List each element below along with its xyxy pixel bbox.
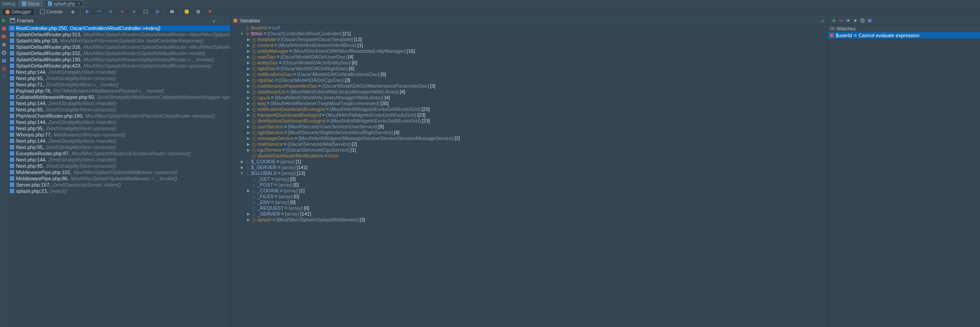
variable-row[interactable]: ▶⦾ _COOKIE = {array} [1] [231,188,827,194]
variable-row[interactable]: ⦾ _REQUEST = {array} [0] [231,205,827,211]
force-step-into-icon[interactable] [118,9,127,14]
tree-toggle-icon[interactable]: ▶ [246,124,250,130]
tree-toggle-icon[interactable]: ▶ [246,42,250,48]
remove-watch-icon[interactable] [838,18,844,23]
variable-row[interactable]: ⓕ disableDashboardNotifications = false [231,153,827,159]
step-into-icon[interactable] [106,9,115,14]
variable-row[interactable]: ▶ⓕ rightDao = {Oscar\Model\DAOs\RightDao… [231,66,827,72]
run-config-tab-oscar[interactable]: Oscar [19,0,43,7]
settings-icon[interactable] [194,9,203,14]
rerun-failed-icon[interactable] [182,9,191,14]
variable-row[interactable]: ▶ⓕ entityManager = {Mouf\Doctrine\ORM\Mo… [231,48,827,54]
watch-down-icon[interactable] [853,18,858,23]
tree-toggle-icon[interactable]: ▶ [246,217,250,223]
toggle-layout-icon[interactable] [1,58,7,64]
tree-toggle-icon[interactable]: ▶ [246,37,250,42]
tree-toggle-icon[interactable]: ▶ [246,89,250,95]
frame-row[interactable]: CallableMiddlewareWrapper.php:60, Zend\S… [8,94,230,100]
variable-row[interactable]: ▶ⓕ cguService = {Oscar\Services\CguServi… [231,147,827,153]
add-watch-icon[interactable] [831,18,837,23]
tree-toggle-icon[interactable]: ▶ [246,60,250,66]
show-execution-point-icon[interactable] [83,9,92,14]
run-config-tab-splash[interactable]: splash.php × [45,0,84,7]
variable-row[interactable]: ▶⦾ _SERVER = {array} [141] [231,211,827,217]
frame-row[interactable]: Next.php:95, Zend\Stratigility\Next->pro… [8,144,230,150]
frame-row[interactable]: ExceptionRouter.php:87, Mouf\Mvc\Splash\… [8,150,230,157]
tree-toggle-icon[interactable]: ▶ [246,141,250,147]
variable-row[interactable]: ▶ⓕ transportDashboardEvolugrid = {Mouf\H… [231,112,827,118]
frames-list[interactable]: RootController.php:250, Oscar\Controller… [8,25,230,327]
tree-toggle-icon[interactable]: ▼ [240,31,244,37]
mute-breakpoints-icon[interactable] [1,42,7,47]
close-icon[interactable]: × [78,1,80,6]
frame-row[interactable]: Next.php:144, Zend\Stratigility\Next->ha… [8,119,230,125]
variable-row[interactable]: ▶ⓕ notificationsDao = {Oscar\Model\DAOs\… [231,72,827,77]
frame-row[interactable]: SplashDefaultRouter.php:316, Mouf\Mvc\Sp… [8,44,230,50]
view-breakpoints-icon[interactable] [1,34,7,39]
tree-toggle-icon[interactable]: ▼ [240,170,244,176]
frame-row[interactable]: Next.php:144, Zend\Stratigility\Next->ha… [8,69,230,75]
tree-toggle-icon[interactable]: ▶ [246,130,250,136]
settings-icon[interactable] [1,50,7,55]
frame-row[interactable]: Payload.php:78, Psr7Middlewares\Middlewa… [8,88,230,94]
close-icon[interactable] [1,66,7,72]
frame-row[interactable]: Server.php:157, Zend\Diactoros\Server->l… [8,182,230,188]
variable-row[interactable]: ⦾ _GET = {array} [0] [231,176,827,182]
tree-toggle-icon[interactable]: ▶ [246,101,250,106]
frame-row[interactable]: splash.php:23, {main}() [8,188,230,194]
variable-row[interactable]: ▶ⓕ content = {Mouf\Html\HtmlElement\Html… [231,42,827,48]
frame-row[interactable]: Next.php:144, Zend\Stratigility\Next->ha… [8,138,230,144]
frame-row[interactable]: SplashDefaultRouter.php:190, Mouf\Mvc\Sp… [8,56,230,63]
variable-row[interactable]: ▼⦾ $GLOBALS = {array} [13] [231,170,827,176]
show-watches-icon[interactable] [867,18,872,23]
tree-toggle-icon[interactable]: ▶ [246,188,250,194]
pin-icon[interactable] [205,9,214,14]
frame-row[interactable]: SplashDefaultRouter.php:332, Mouf\Mvc\Sp… [8,50,230,56]
variable-row[interactable]: ▶ⓕ template = {Oscar\Template\OscarTempl… [231,37,827,42]
step-out-icon[interactable] [130,9,138,14]
tree-toggle-icon[interactable]: ▶ [240,165,244,170]
variable-row[interactable]: ▶ⓕ messageService = {Mouf\Html\Widgets\M… [231,136,827,141]
run-to-cursor-icon[interactable] [153,9,162,14]
variable-row[interactable]: ▶ⓕ maintenanceParameterDao = {Oscar\Mode… [231,83,827,89]
resume-icon[interactable] [1,18,7,23]
variable-row[interactable]: ▶ⓕ notificationDashboardEvolugrid = {Mou… [231,106,827,112]
frame-row[interactable]: SplashDefaultRouter.php:313, Mouf\Mvc\Sp… [8,31,230,38]
frame-row[interactable]: Next.php:71, Zend\Stratigility\Next->__i… [8,81,230,88]
tree-toggle-icon[interactable]: ▶ [246,66,250,72]
output-toggle-icon[interactable] [68,9,77,14]
tree-toggle-icon[interactable]: ▶ [246,77,250,83]
frame-row[interactable]: RootController.php:250, Oscar\Controller… [8,25,230,31]
tree-toggle-icon[interactable]: ▶ [240,159,244,165]
frame-row[interactable]: Next.php:144, Zend\Stratigility\Next->ha… [8,100,230,106]
dropdown-icon[interactable]: ↙ [212,18,217,23]
tree-toggle-icon[interactable]: ▶ [246,211,250,217]
frame-row[interactable]: SplashUtils.php:18, Mouf\Mvc\Splash\Serv… [8,38,230,44]
variable-row[interactable]: ▶ⓕ cguJs = {Mouf\Html\Utils\WebLibraryMa… [231,95,827,101]
dropdown-icon[interactable]: ↙ [820,18,825,23]
variable-row[interactable]: ▶ⓕ userService = {Mouf\Security\UserServ… [231,124,827,130]
variable-row[interactable]: ▶ⓕ splash = {Mouf\Mvc\Splash\SplashMiddl… [231,217,827,223]
evaluate-expression-icon[interactable] [168,9,176,14]
tree-toggle-icon[interactable]: ▶ [246,72,250,77]
tree-toggle-icon[interactable]: ▶ [246,48,250,54]
variable-row[interactable]: ▶ⓕ distributionDashboardEvolugrid = {Mou… [231,118,827,124]
frame-row[interactable]: PhpVarsCheckRouter.php:180, Mouf\Mvc\Spl… [8,113,230,119]
frame-row[interactable]: Next.php:95, Zend\Stratigility\Next->pro… [8,75,230,81]
step-over-icon[interactable] [95,9,104,14]
variable-row[interactable]: ▶ⓕ rightService = {Mouf\Security\RightsS… [231,130,827,136]
variable-row[interactable]: ▶ⓕ entityDao = {Oscar\Model\DAOs\EntityD… [231,60,827,66]
variable-row[interactable]: ▶ⓕ userDao = {Oscar\Model\DAOs\UserDao} … [231,54,827,60]
watch-up-icon[interactable] [846,18,851,23]
variable-row[interactable]: ⓕ $userId = null [231,25,827,31]
variable-row[interactable]: ⦾ _ENV = {array} [0] [231,200,827,205]
frame-row[interactable]: Next.php:144, Zend\Stratigility\Next->ha… [8,157,230,163]
variable-row[interactable]: ▶ⓕ mailService = {Oscar\Services\MailSer… [231,141,827,147]
tree-toggle-icon[interactable]: ▶ [246,106,250,112]
variable-row[interactable]: ▶ⓕ twig = {Mouf\Html\Renderer\Twig\MoufT… [231,101,827,106]
tree-toggle-icon[interactable]: ▶ [246,95,250,101]
tree-toggle-icon[interactable]: ▶ [246,118,250,124]
debugger-tab[interactable]: Debugger [2,8,34,15]
watch-row[interactable]: !$userId = Cannot evaluate expression [828,32,980,38]
variable-row[interactable]: ▶ⓕ cguDao = {Oscar\Model\DAOs\CguDao} [3… [231,77,827,83]
